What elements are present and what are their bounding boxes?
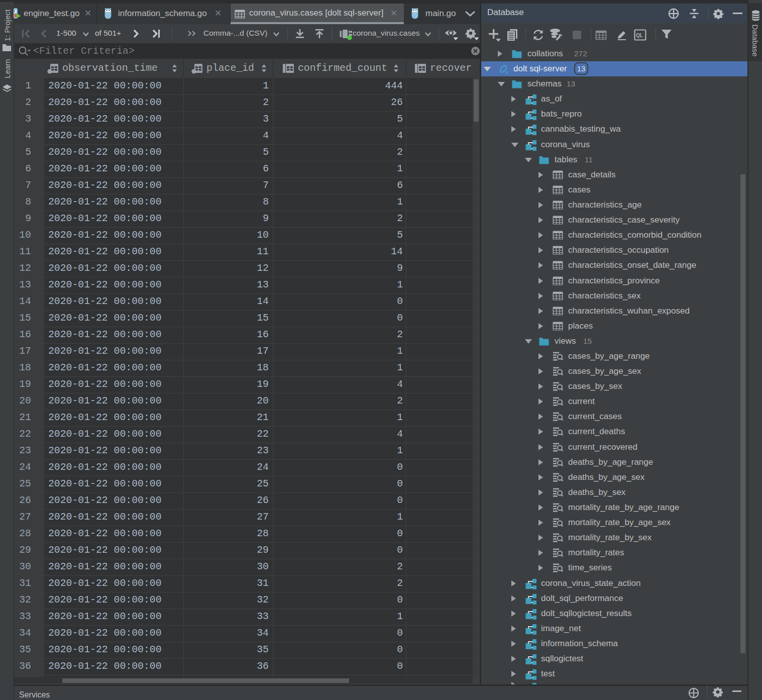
svg-text:QL: QL — [636, 33, 643, 38]
